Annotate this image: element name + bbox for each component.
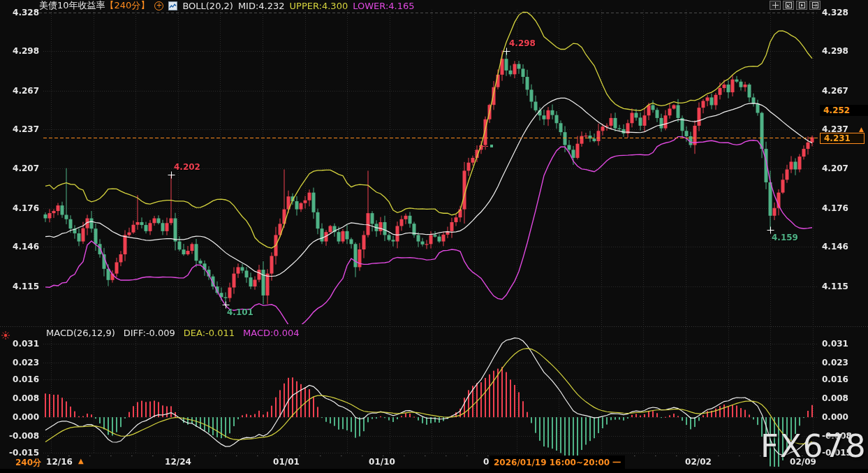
pan-right-icon[interactable] [809,1,821,10]
x-axis-date: 02/02 [685,457,712,467]
macd-hist-value: MACD:0.004 [243,328,300,338]
chart-app: 美债10年收益率【240分】 + BOLL(20,2) MID:4.232 UP… [0,0,868,473]
boll-mid-value: MID:4.232 [238,1,285,11]
price-annotation: 4.159 [772,233,798,242]
x-axis-date: 12/16 [46,457,73,467]
macd-dea-value: DEA:-0.011 [184,328,235,338]
y-axis-label: 4.176 [4,203,39,213]
y-axis-label: 4.207 [822,163,848,173]
macd-axis-label: 0.008 [4,393,39,403]
x-axis-date: 01/10 [369,457,395,467]
y-axis-label: 4.267 [4,86,39,96]
zoom-out-icon[interactable] [783,1,794,10]
indicator-settings-icon[interactable] [1,330,10,343]
x-axis-date: 12/24 [165,457,191,467]
y-axis-label: 4.237 [4,124,39,134]
macd-axis-label: -0.008 [4,431,39,441]
timeframe-label[interactable]: 240分 [15,457,41,469]
y-axis-label: 4.146 [4,242,39,252]
macd-diff-value: DIFF:-0.009 [124,328,175,338]
macd-label: MACD(26,12,9) [46,328,115,338]
chart-toolbar [770,1,821,10]
chart-legend-bar: 美债10年收益率【240分】 + BOLL(20,2) MID:4.232 UP… [39,0,415,11]
zoom-in-icon[interactable] [796,1,807,10]
boll-lower-value: LOWER:4.165 [353,1,414,11]
y-axis-label: 4.298 [822,46,848,56]
price-annotation: 4.298 [509,38,536,48]
add-indicator-icon[interactable]: + [154,1,163,10]
y-axis-label: 4.328 [4,8,39,17]
occluded-date-label: 0 [483,457,489,467]
y-axis-label: 4.298 [4,46,39,56]
macd-axis-label: 0.023 [822,358,848,368]
macd-axis-label: 0.016 [4,374,39,384]
macd-axis-label: 0.000 [822,412,848,422]
y-axis-label: 4.115 [822,282,848,291]
y-axis-label: 4.207 [4,163,39,173]
watermark: FX678 [760,428,867,465]
current-price-tag: 4.231 [820,133,865,144]
bottom-strip [0,469,868,473]
time-axis-bar: 240分 ▲ 0 2026/01/19 16:00~20:00 一 12/161… [0,456,868,469]
macd-axis-label: 0.008 [822,393,848,403]
time-range-tooltip: 2026/01/19 16:00~20:00 一 [490,456,625,470]
y-axis-label: 4.146 [822,242,848,252]
boll-label: BOLL(20,2) [182,1,233,11]
y-axis-label: 4.115 [4,282,39,291]
price-annotation: 4.202 [174,162,200,172]
macd-legend-bar: MACD(26,12,9) DIFF:-0.009 DEA:-0.011 MAC… [46,328,300,338]
x-axis-date: 01/01 [273,457,300,467]
y-axis-label: 4.328 [822,8,848,17]
marked-price-tag: 4.252 [820,105,868,116]
macd-axis-label: 0.016 [822,374,848,384]
macd-axis-label: 0.031 [822,339,848,349]
price-annotation: 4.101 [227,307,253,317]
macd-axis-label: 0.000 [4,412,39,422]
boll-upper-value: UPPER:4.300 [290,1,348,11]
chart-type-icon[interactable] [168,1,177,10]
price-up-arrow-icon: ▲ [859,126,864,133]
y-axis-label: 4.176 [822,203,848,213]
crosshair-icon[interactable] [770,1,781,10]
period-label: 【240分】 [105,0,150,12]
macd-axis-label: 0.023 [4,358,39,368]
candlestick-chart-canvas[interactable] [0,0,868,473]
instrument-title: 美债10年收益率 [39,0,105,12]
y-axis-label: 4.267 [822,86,848,96]
collapse-arrow-icon[interactable]: ▲ [78,457,84,465]
